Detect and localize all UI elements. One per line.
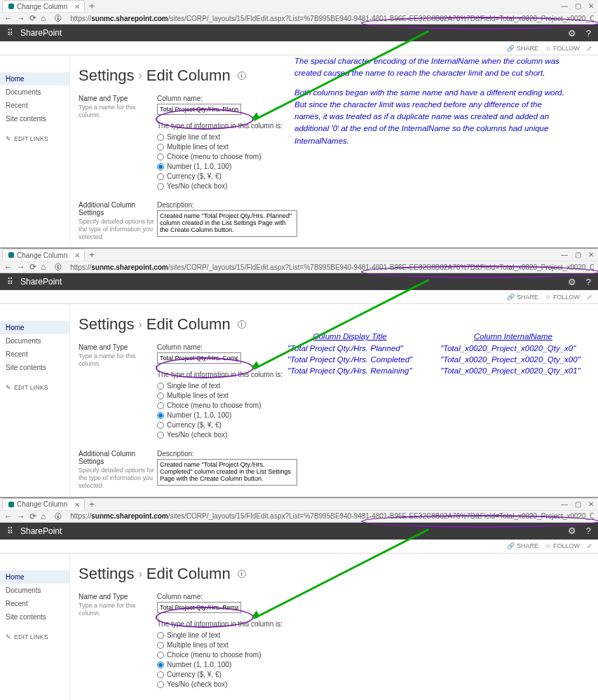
close-window-button[interactable]: ✕ [588,2,594,10]
help-icon[interactable]: ? [586,526,591,536]
type-currency[interactable]: Currency ($, ¥, €) [157,172,598,181]
settings-gear-icon[interactable]: ⚙ [568,277,576,287]
browser-tab[interactable]: Change Column ✕ [2,249,85,261]
follow-button[interactable]: ☆FOLLOW [545,45,580,52]
home-button[interactable]: ⌂ [41,512,46,521]
crumb-settings[interactable]: Settings [79,315,135,334]
nav-recent[interactable]: Recent [0,597,69,610]
home-button[interactable]: ⌂ [41,13,46,23]
nav-site-contents[interactable]: Site contents [0,112,69,125]
forward-button[interactable]: → [17,262,25,272]
description-textarea[interactable]: Created name "Total Project Qty./Hrs. Pl… [157,210,297,237]
browser-tab[interactable]: Change Column✕ [2,498,85,510]
close-tab-icon[interactable]: ✕ [74,250,80,261]
close-window-button[interactable]: ✕ [588,251,594,259]
new-tab-button[interactable]: + [89,249,95,260]
reload-button[interactable]: ⟳ [29,13,36,23]
column-name-input[interactable] [157,104,241,115]
back-button[interactable]: ← [4,262,13,272]
type-single-line[interactable]: Single line of text [157,381,598,391]
url-field[interactable]: https://sunmc.sharepoint.com/sites/CORP/… [70,15,594,22]
share-button[interactable]: 🔗SHARE [507,45,538,52]
focus-toggle-icon[interactable]: ⤢ [587,45,592,52]
suite-brand[interactable]: SharePoint [20,526,62,536]
nav-edit-links[interactable]: ✎EDIT LINKS [0,381,69,394]
settings-gear-icon[interactable]: ⚙ [568,526,576,536]
maximize-button[interactable]: ▢ [575,251,581,259]
focus-toggle-icon[interactable]: ⤢ [587,294,592,301]
follow-button[interactable]: ☆FOLLOW [545,542,580,549]
type-number[interactable]: Number (1, 1.0, 100) [157,660,598,670]
type-yesno[interactable]: Yes/No (check box) [157,181,598,191]
type-multi-line[interactable]: Multiple lines of text [157,391,598,401]
info-icon[interactable]: i [238,320,246,329]
column-name-input[interactable] [157,602,241,613]
forward-button[interactable]: → [17,13,25,23]
close-tab-icon[interactable]: ✕ [74,500,80,510]
type-choice[interactable]: Choice (menu to choose from) [157,650,598,660]
info-icon[interactable]: i [238,71,246,80]
minimize-button[interactable]: — [561,2,568,10]
breadcrumb-separator-icon: › [139,318,142,331]
site-info-icon[interactable]: 🛈 [54,14,62,22]
nav-home[interactable]: Home [0,321,69,334]
type-yesno[interactable]: Yes/No (check box) [157,430,598,440]
suite-brand[interactable]: SharePoint [20,28,62,38]
follow-button[interactable]: ☆FOLLOW [545,294,580,301]
type-yesno[interactable]: Yes/No (check box) [157,680,598,689]
site-info-icon[interactable]: 🛈 [54,512,62,521]
info-icon[interactable]: i [238,570,246,578]
maximize-button[interactable]: ▢ [575,2,581,10]
reload-button[interactable]: ⟳ [29,512,36,521]
share-button[interactable]: 🔗SHARE [507,542,538,549]
type-choice[interactable]: Choice (menu to choose from) [157,152,598,162]
type-single-line[interactable]: Single line of text [157,631,598,640]
url-field[interactable]: https://sunmc.sharepoint.com/sites/CORP/… [70,512,594,520]
nav-edit-links[interactable]: ✎EDIT LINKS [0,631,69,643]
nav-recent[interactable]: Recent [0,99,69,112]
nav-site-contents[interactable]: Site contents [0,610,69,624]
type-currency[interactable]: Currency ($, ¥, €) [157,670,598,680]
nav-documents[interactable]: Documents [0,85,69,99]
nav-recent[interactable]: Recent [0,348,69,361]
type-number[interactable]: Number (1, 1.0, 100) [157,411,598,420]
back-button[interactable]: ← [4,512,13,521]
nav-edit-links[interactable]: ✎EDIT LINKS [0,132,69,145]
suite-brand[interactable]: SharePoint [20,277,62,287]
home-button[interactable]: ⌂ [41,262,46,272]
reload-button[interactable]: ⟳ [29,262,36,272]
minimize-button[interactable]: — [561,500,568,508]
new-tab-button[interactable]: + [89,1,95,11]
type-number[interactable]: Number (1, 1.0, 100) [157,162,598,172]
nav-site-contents[interactable]: Site contents [0,361,69,374]
nav-documents[interactable]: Documents [0,334,69,348]
forward-button[interactable]: → [17,512,25,521]
crumb-settings[interactable]: Settings [79,67,135,85]
browser-tab[interactable]: Change Column ✕ [2,0,85,12]
nav-documents[interactable]: Documents [0,584,69,597]
url-field[interactable]: https://sunmc.sharepoint.com/sites/CORP/… [70,263,594,271]
nav-home[interactable]: Home [0,72,69,85]
type-choice[interactable]: Choice (menu to choose from) [157,401,598,411]
minimize-button[interactable]: — [561,251,568,259]
site-info-icon[interactable]: 🛈 [54,263,62,271]
close-tab-icon[interactable]: ✕ [74,1,80,12]
nav-home[interactable]: Home [0,570,69,584]
help-icon[interactable]: ? [586,277,591,287]
focus-toggle-icon[interactable]: ⤢ [587,542,592,549]
type-currency[interactable]: Currency ($, ¥, €) [157,420,598,430]
description-textarea[interactable]: Created name "Total Project Qty./Hrs. Co… [157,459,297,486]
back-button[interactable]: ← [4,13,13,23]
app-launcher-icon[interactable]: ⠿ [7,277,13,287]
settings-gear-icon[interactable]: ⚙ [568,28,576,39]
maximize-button[interactable]: ▢ [575,500,581,508]
new-tab-button[interactable]: + [89,499,95,509]
close-window-button[interactable]: ✕ [588,500,594,508]
help-icon[interactable]: ? [586,28,591,39]
share-button[interactable]: 🔗SHARE [507,294,538,301]
type-multi-line[interactable]: Multiple lines of text [157,640,598,650]
crumb-settings[interactable]: Settings [79,565,135,583]
app-launcher-icon[interactable]: ⠿ [7,28,13,38]
app-launcher-icon[interactable]: ⠿ [7,526,13,536]
column-name-input[interactable] [157,352,241,364]
